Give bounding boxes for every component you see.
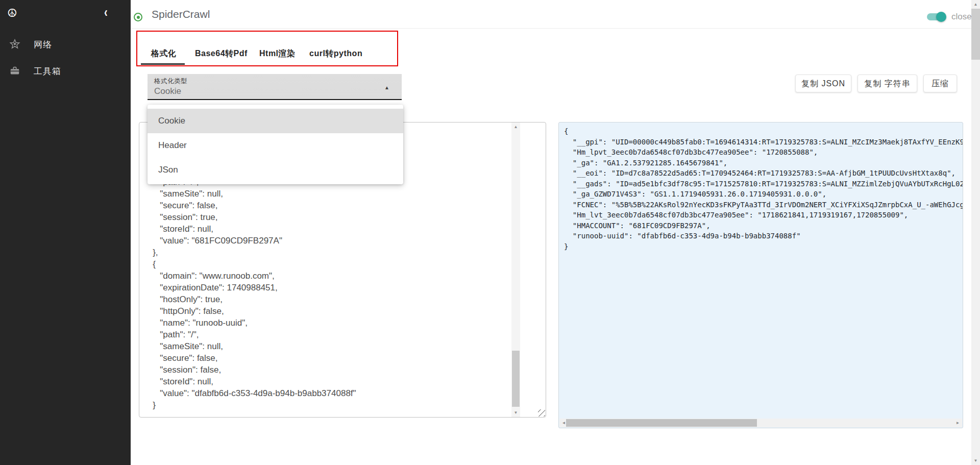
network-icon: [9, 39, 20, 50]
scroll-right-icon[interactable]: ►: [953, 419, 962, 427]
sidebar-header: ☮ ‹: [0, 0, 131, 29]
toolbox-icon: [9, 65, 20, 77]
tab-curl-to-python[interactable]: curl转python: [309, 48, 362, 59]
scroll-down-icon[interactable]: ▼: [511, 408, 520, 417]
app-logo-peace-icon: ☮: [7, 7, 17, 20]
tab-base64-to-pdf[interactable]: Base64转Pdf: [195, 48, 248, 59]
sidebar-item-label: 网络: [34, 39, 52, 51]
sidebar-item-label: 工具箱: [34, 65, 61, 77]
status-radio-icon: [134, 13, 142, 21]
page-scrollbar[interactable]: ▲ ▼: [971, 0, 980, 465]
sidebar-item-toolbox[interactable]: 工具箱: [0, 59, 131, 83]
format-type-dropdown-menu: Cookie Header JSon: [148, 105, 403, 184]
header-bar: [131, 0, 971, 29]
json-output-text[interactable]: { "__gpi": "UID=00000c449b85fab0:T=16946…: [564, 126, 963, 419]
copy-json-button[interactable]: 复制 JSON: [795, 75, 851, 92]
page-title: SpiderCrawl: [152, 8, 210, 20]
copy-string-button[interactable]: 复制 字符串: [857, 75, 917, 92]
compress-button[interactable]: 压缩: [923, 75, 957, 92]
sidebar: ☮ ‹ 网络 工具箱: [0, 0, 131, 465]
textarea-scrollbar[interactable]: ▲ ▼: [511, 123, 520, 417]
output-scrollbar-thumb[interactable]: [566, 419, 757, 427]
app-window: ☮ ‹ 网络 工具箱 SpiderCrawl close ▲ ▼ 格式化 Bas…: [0, 0, 980, 465]
option-json[interactable]: JSon: [148, 158, 403, 182]
chevron-up-icon: ▲: [384, 85, 389, 90]
option-cookie[interactable]: Cookie: [148, 109, 403, 133]
format-type-value: Cookie: [154, 86, 181, 96]
sidebar-collapse-icon[interactable]: ‹: [104, 4, 108, 20]
textarea-scrollbar-thumb[interactable]: [512, 351, 520, 407]
json-output-panel: { "__gpi": "UID=00000c449b85fab0:T=16946…: [558, 122, 963, 428]
close-toggle-switch[interactable]: [927, 13, 945, 20]
page-scrollbar-thumb[interactable]: [971, 9, 980, 60]
resize-grip-icon[interactable]: [538, 409, 545, 417]
format-type-label: 格式化类型: [154, 77, 187, 86]
output-horizontal-scrollbar[interactable]: ◄ ►: [559, 419, 962, 427]
toggle-knob: [936, 12, 946, 22]
option-header[interactable]: Header: [148, 133, 403, 158]
scroll-up-icon[interactable]: ▲: [511, 123, 520, 131]
scroll-down-icon[interactable]: ▼: [971, 456, 980, 465]
tab-format[interactable]: 格式化: [151, 48, 177, 59]
toggle-label: close: [951, 12, 972, 22]
active-tab-underline: [141, 63, 185, 65]
scroll-up-icon[interactable]: ▲: [971, 0, 980, 9]
format-type-select[interactable]: 格式化类型 Cookie ▲: [148, 74, 402, 100]
tab-html-render[interactable]: Html渲染: [259, 48, 296, 59]
tabs-annotation-box: 格式化 Base64转Pdf Html渲染 curl转python: [136, 31, 398, 66]
sidebar-item-network[interactable]: 网络: [0, 33, 131, 56]
